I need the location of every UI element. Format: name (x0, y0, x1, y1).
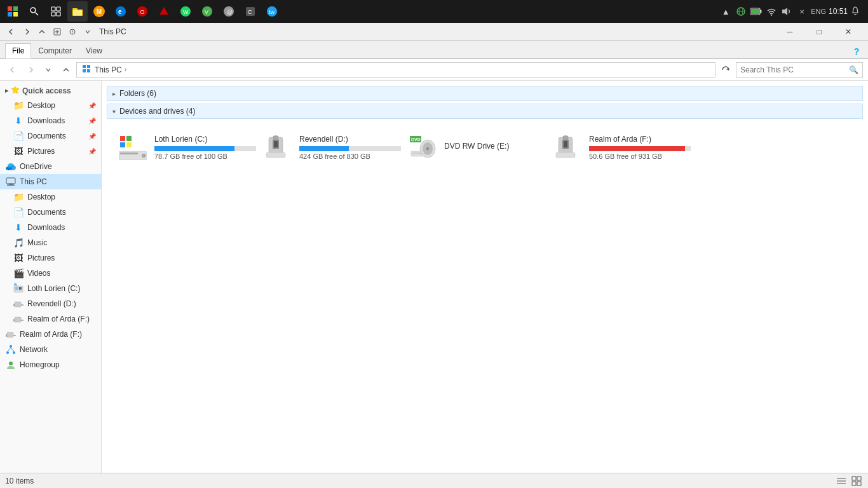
breadcrumb-root[interactable]: This PC (95, 65, 122, 74)
nav-dropdown-button[interactable] (41, 62, 56, 78)
sidebar-item-this-pc[interactable]: This PC (0, 174, 101, 189)
svg-rect-57 (13, 304, 15, 306)
nav-up-button[interactable] (58, 62, 74, 78)
view-tiles-icon[interactable] (850, 475, 863, 487)
search-taskbar-button[interactable] (24, 1, 44, 22)
file-explorer-taskbar-icon[interactable] (67, 1, 88, 22)
tab-file[interactable]: File (5, 43, 31, 58)
sidebar-item-pictures-pc[interactable]: 🖼 Pictures (0, 250, 101, 266)
sidebar-item-network[interactable]: Network (0, 342, 101, 357)
sidebar-item-documents-qa[interactable]: 📄 Documents 📌 (0, 128, 101, 144)
svg-rect-56 (15, 302, 21, 307)
sidebar-item-revendell-pc[interactable]: Revendell (D:) (0, 296, 101, 311)
sidebar-label-homegroup: Homegroup (20, 360, 60, 369)
sidebar-label-downloads-qa: Downloads (27, 116, 65, 125)
svg-marker-17 (159, 7, 168, 15)
quick-access-dropdown[interactable] (81, 25, 94, 38)
sidebar-label-realm-of-arda-pc: Realm of Arda (F:) (27, 315, 90, 323)
sidebar-label-onedrive: OneDrive (20, 162, 52, 171)
quick-access-toolbar-new[interactable] (51, 25, 64, 38)
refresh-button[interactable] (718, 62, 733, 78)
drive-c-info: Loth Lorien (C:) 78.7 GB free of 100 GB (154, 135, 256, 160)
sidebar-item-desktop-qa[interactable]: 📁 Desktop 📌 (0, 98, 101, 113)
app-icon-edge[interactable]: e (111, 1, 131, 22)
drives-grid: Loth Lorien (C:) 78.7 GB free of 100 GB (107, 121, 863, 173)
sidebar-label-documents-pc: Documents (27, 208, 66, 217)
sidebar-label-desktop-pc: Desktop (27, 193, 55, 201)
tab-computer[interactable]: Computer (31, 43, 79, 58)
quick-access-toolbar-properties[interactable] (66, 25, 79, 38)
documents-icon-qa: 📄 (13, 130, 24, 142)
sidebar-item-loth-lorien-pc[interactable]: W Loth Lorien (C:) (0, 281, 101, 296)
svg-rect-12 (73, 10, 82, 15)
nav-back-button[interactable] (5, 62, 20, 78)
file-explorer-window: This PC ─ □ ✕ File Computer View ? (0, 23, 868, 488)
drive-icon-realm-top (5, 329, 17, 340)
tray-notification[interactable] (850, 6, 860, 17)
svg-point-4 (31, 8, 36, 13)
tray-language[interactable]: ENG (811, 8, 826, 15)
drive-icon-c (118, 132, 148, 163)
app-icon-8[interactable]: tw (262, 1, 282, 22)
sidebar-item-documents-pc[interactable]: 📄 Documents (0, 205, 101, 220)
svg-rect-8 (51, 12, 55, 16)
svg-rect-83 (273, 136, 278, 140)
quick-access-header[interactable]: ▸ Quick access (0, 83, 101, 98)
address-field[interactable]: This PC › (76, 62, 715, 78)
drive-c-free: 78.7 GB free of 100 GB (154, 152, 256, 160)
help-button[interactable]: ? (850, 45, 863, 58)
pin-icon-pictures-qa: 📌 (88, 148, 96, 155)
drives-expand-icon: ▾ (112, 108, 116, 115)
drives-section-header[interactable]: ▾ Devices and drives (4) (107, 104, 863, 119)
minimize-button[interactable]: ─ (775, 23, 804, 41)
app-icon-2[interactable]: O (132, 1, 153, 22)
drive-item-e[interactable]: DVD DVD RW Drive (E:) (402, 126, 541, 168)
folders-header-label: Folders (6) (119, 89, 156, 98)
view-details-icon[interactable] (835, 475, 848, 487)
sidebar-item-desktop-pc[interactable]: 📁 Desktop (0, 189, 101, 205)
app-icon-7[interactable]: C (240, 1, 261, 22)
tray-arrow[interactable]: ▲ (719, 5, 732, 18)
ribbon: File Computer View ? (0, 41, 868, 59)
search-box[interactable]: 🔍 (736, 62, 863, 78)
sidebar-label-this-pc: This PC (20, 177, 47, 186)
start-button[interactable] (3, 1, 23, 22)
search-input[interactable] (740, 65, 849, 74)
sidebar-item-downloads-pc[interactable]: ⬇ Downloads (0, 220, 101, 235)
app-icon-1[interactable]: M (89, 1, 109, 22)
tray-network-globe[interactable] (735, 5, 747, 18)
sidebar-item-realm-of-arda-top[interactable]: Realm of Arda (F:) (0, 327, 101, 342)
drive-item-c[interactable]: Loth Lorien (C:) 78.7 GB free of 100 GB (112, 126, 252, 168)
sidebar-label-desktop-qa: Desktop (27, 101, 55, 110)
pin-icon-downloads-qa: 📌 (88, 118, 96, 125)
sidebar-item-onedrive[interactable]: OneDrive (0, 159, 101, 174)
tray-wifi[interactable] (765, 5, 778, 18)
drive-icon-e: DVD (407, 132, 438, 163)
drive-item-f[interactable]: Realm of Arda (F:) 50.6 GB free of 931 G… (546, 126, 686, 168)
app-icon-3[interactable] (154, 1, 174, 22)
pin-icon-documents-qa: 📌 (88, 133, 96, 140)
tab-view[interactable]: View (79, 43, 109, 58)
tray-battery[interactable] (750, 5, 763, 18)
sidebar-item-realm-of-arda-pc[interactable]: Realm of Arda (F:) (0, 311, 101, 327)
task-view-button[interactable] (46, 1, 66, 22)
svg-point-39 (72, 32, 72, 33)
svg-line-68 (8, 348, 11, 351)
folders-section-header[interactable]: ▸ Folders (6) (107, 86, 863, 101)
sidebar-item-downloads-qa[interactable]: ⬇ Downloads 📌 (0, 113, 101, 128)
drive-f-free: 50.6 GB free of 931 GB (589, 152, 691, 160)
app-icon-5[interactable]: V (197, 1, 217, 22)
app-icon-4[interactable]: W (175, 1, 196, 22)
app-icon-6[interactable]: @ (219, 1, 239, 22)
tray-volume[interactable] (780, 5, 793, 18)
close-button[interactable]: ✕ (834, 23, 863, 41)
sidebar-item-music-pc[interactable]: 🎵 Music (0, 235, 101, 250)
nav-forward-button[interactable] (23, 62, 38, 78)
drive-item-d[interactable]: Revendell (D:) 424 GB free of 830 GB (257, 126, 397, 168)
sidebar-item-homegroup[interactable]: Homegroup (0, 357, 101, 372)
title-bar-forward-icon (20, 25, 33, 38)
window-controls: ─ □ ✕ (775, 23, 863, 41)
sidebar-item-pictures-qa[interactable]: 🖼 Pictures 📌 (0, 144, 101, 159)
maximize-button[interactable]: □ (804, 23, 834, 41)
sidebar-item-videos-pc[interactable]: 🎬 Videos (0, 266, 101, 281)
